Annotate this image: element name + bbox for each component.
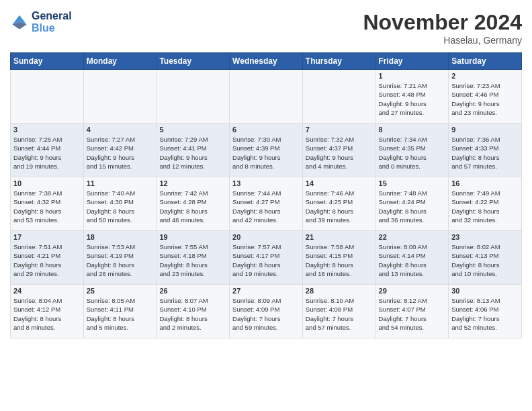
calendar-cell: 19Sunrise: 7:55 AM Sunset: 4:18 PM Dayli… xyxy=(157,231,230,285)
day-info: Sunrise: 7:51 AM Sunset: 4:21 PM Dayligh… xyxy=(13,242,81,278)
day-number: 8 xyxy=(379,126,446,134)
calendar-cell: 26Sunrise: 8:07 AM Sunset: 4:10 PM Dayli… xyxy=(157,285,230,338)
calendar-cell: 8Sunrise: 7:34 AM Sunset: 4:35 PM Daylig… xyxy=(375,124,449,177)
day-info: Sunrise: 7:32 AM Sunset: 4:37 PM Dayligh… xyxy=(306,135,373,171)
calendar-cell: 30Sunrise: 8:13 AM Sunset: 4:06 PM Dayli… xyxy=(449,285,522,338)
header-tuesday: Tuesday xyxy=(157,53,230,70)
day-info: Sunrise: 7:36 AM Sunset: 4:33 PM Dayligh… xyxy=(451,135,519,171)
header-sunday: Sunday xyxy=(11,53,84,70)
calendar-cell: 17Sunrise: 7:51 AM Sunset: 4:21 PM Dayli… xyxy=(11,231,84,285)
calendar-table: Sunday Monday Tuesday Wednesday Thursday… xyxy=(10,52,522,338)
logo-text-line1: General xyxy=(32,10,72,22)
day-info: Sunrise: 8:00 AM Sunset: 4:14 PM Dayligh… xyxy=(379,242,446,278)
day-info: Sunrise: 7:48 AM Sunset: 4:24 PM Dayligh… xyxy=(379,189,446,224)
day-info: Sunrise: 8:05 AM Sunset: 4:11 PM Dayligh… xyxy=(87,296,154,332)
header-saturday: Saturday xyxy=(449,53,522,70)
calendar-body: 1Sunrise: 7:21 AM Sunset: 4:48 PM Daylig… xyxy=(11,70,522,338)
page-container: General Blue November 2024 Haselau, Germ… xyxy=(0,0,532,345)
calendar-cell: 7Sunrise: 7:32 AM Sunset: 4:37 PM Daylig… xyxy=(302,124,375,177)
calendar-cell: 10Sunrise: 7:38 AM Sunset: 4:32 PM Dayli… xyxy=(11,177,84,231)
day-info: Sunrise: 7:44 AM Sunset: 4:27 PM Dayligh… xyxy=(232,189,300,224)
calendar-cell: 29Sunrise: 8:12 AM Sunset: 4:07 PM Dayli… xyxy=(375,285,449,338)
calendar-row-3: 17Sunrise: 7:51 AM Sunset: 4:21 PM Dayli… xyxy=(11,231,522,285)
header-thursday: Thursday xyxy=(302,53,375,70)
calendar-cell: 16Sunrise: 7:49 AM Sunset: 4:22 PM Dayli… xyxy=(449,177,522,231)
calendar-row-2: 10Sunrise: 7:38 AM Sunset: 4:32 PM Dayli… xyxy=(11,177,522,231)
day-number: 6 xyxy=(232,126,300,134)
calendar-cell: 18Sunrise: 7:53 AM Sunset: 4:19 PM Dayli… xyxy=(83,231,157,285)
day-number: 10 xyxy=(13,179,81,187)
calendar-row-0: 1Sunrise: 7:21 AM Sunset: 4:48 PM Daylig… xyxy=(11,70,522,124)
calendar-cell: 9Sunrise: 7:36 AM Sunset: 4:33 PM Daylig… xyxy=(449,124,522,177)
day-number: 11 xyxy=(87,179,154,187)
day-info: Sunrise: 8:07 AM Sunset: 4:10 PM Dayligh… xyxy=(159,296,226,332)
day-number: 22 xyxy=(379,233,446,241)
day-number: 18 xyxy=(87,233,154,241)
day-number: 17 xyxy=(13,233,81,241)
day-number: 27 xyxy=(232,287,300,295)
title-section: November 2024 Haselau, Germany xyxy=(363,10,522,46)
calendar-row-4: 24Sunrise: 8:04 AM Sunset: 4:12 PM Dayli… xyxy=(11,285,522,338)
day-info: Sunrise: 7:30 AM Sunset: 4:39 PM Dayligh… xyxy=(232,135,300,171)
day-number: 5 xyxy=(159,126,226,134)
calendar-cell xyxy=(230,70,303,124)
day-info: Sunrise: 7:55 AM Sunset: 4:18 PM Dayligh… xyxy=(159,242,226,278)
day-info: Sunrise: 7:49 AM Sunset: 4:22 PM Dayligh… xyxy=(451,189,519,224)
day-info: Sunrise: 7:29 AM Sunset: 4:41 PM Dayligh… xyxy=(159,135,226,171)
day-info: Sunrise: 8:09 AM Sunset: 4:09 PM Dayligh… xyxy=(232,296,300,332)
calendar-cell: 22Sunrise: 8:00 AM Sunset: 4:14 PM Dayli… xyxy=(375,231,449,285)
day-info: Sunrise: 8:10 AM Sunset: 4:08 PM Dayligh… xyxy=(306,296,373,332)
day-number: 28 xyxy=(306,287,373,295)
calendar-cell: 11Sunrise: 7:40 AM Sunset: 4:30 PM Dayli… xyxy=(83,177,157,231)
calendar-cell: 20Sunrise: 7:57 AM Sunset: 4:17 PM Dayli… xyxy=(230,231,303,285)
day-number: 7 xyxy=(306,126,373,134)
day-info: Sunrise: 7:27 AM Sunset: 4:42 PM Dayligh… xyxy=(87,135,154,171)
day-number: 2 xyxy=(451,72,519,80)
calendar-cell: 6Sunrise: 7:30 AM Sunset: 4:39 PM Daylig… xyxy=(230,124,303,177)
day-info: Sunrise: 7:34 AM Sunset: 4:35 PM Dayligh… xyxy=(379,135,446,171)
day-number: 16 xyxy=(451,179,519,187)
day-number: 15 xyxy=(379,179,446,187)
calendar-cell xyxy=(157,70,230,124)
calendar-cell: 14Sunrise: 7:46 AM Sunset: 4:25 PM Dayli… xyxy=(302,177,375,231)
month-title: November 2024 xyxy=(363,10,522,35)
calendar-cell: 2Sunrise: 7:23 AM Sunset: 4:46 PM Daylig… xyxy=(449,70,522,124)
calendar-cell: 5Sunrise: 7:29 AM Sunset: 4:41 PM Daylig… xyxy=(157,124,230,177)
day-info: Sunrise: 7:53 AM Sunset: 4:19 PM Dayligh… xyxy=(87,242,154,278)
calendar-cell: 25Sunrise: 8:05 AM Sunset: 4:11 PM Dayli… xyxy=(83,285,157,338)
calendar-row-1: 3Sunrise: 7:25 AM Sunset: 4:44 PM Daylig… xyxy=(11,124,522,177)
day-info: Sunrise: 8:12 AM Sunset: 4:07 PM Dayligh… xyxy=(379,296,446,332)
calendar-cell: 28Sunrise: 8:10 AM Sunset: 4:08 PM Dayli… xyxy=(302,285,375,338)
day-info: Sunrise: 8:02 AM Sunset: 4:13 PM Dayligh… xyxy=(451,242,519,278)
day-number: 13 xyxy=(232,179,300,187)
day-number: 14 xyxy=(306,179,373,187)
day-number: 1 xyxy=(379,72,446,80)
calendar-cell xyxy=(11,70,84,124)
header-wednesday: Wednesday xyxy=(230,53,303,70)
calendar-cell: 24Sunrise: 8:04 AM Sunset: 4:12 PM Dayli… xyxy=(11,285,84,338)
day-number: 4 xyxy=(87,126,154,134)
calendar-header: Sunday Monday Tuesday Wednesday Thursday… xyxy=(11,53,522,70)
day-number: 19 xyxy=(159,233,226,241)
day-number: 23 xyxy=(451,233,519,241)
day-number: 25 xyxy=(87,287,154,295)
location: Haselau, Germany xyxy=(363,35,522,46)
calendar-cell: 1Sunrise: 7:21 AM Sunset: 4:48 PM Daylig… xyxy=(375,70,449,124)
day-number: 20 xyxy=(232,233,300,241)
day-info: Sunrise: 7:23 AM Sunset: 4:46 PM Dayligh… xyxy=(451,81,519,117)
day-number: 3 xyxy=(13,126,81,134)
day-number: 29 xyxy=(379,287,446,295)
day-info: Sunrise: 7:21 AM Sunset: 4:48 PM Dayligh… xyxy=(379,81,446,117)
calendar-cell: 15Sunrise: 7:48 AM Sunset: 4:24 PM Dayli… xyxy=(375,177,449,231)
calendar-cell: 23Sunrise: 8:02 AM Sunset: 4:13 PM Dayli… xyxy=(449,231,522,285)
header-friday: Friday xyxy=(375,53,449,70)
day-info: Sunrise: 7:40 AM Sunset: 4:30 PM Dayligh… xyxy=(87,189,154,224)
calendar-cell xyxy=(302,70,375,124)
logo-icon xyxy=(10,13,29,32)
day-info: Sunrise: 7:58 AM Sunset: 4:15 PM Dayligh… xyxy=(306,242,373,278)
day-info: Sunrise: 8:13 AM Sunset: 4:06 PM Dayligh… xyxy=(451,296,519,332)
day-number: 12 xyxy=(159,179,226,187)
calendar-cell: 3Sunrise: 7:25 AM Sunset: 4:44 PM Daylig… xyxy=(11,124,84,177)
day-number: 21 xyxy=(306,233,373,241)
calendar-cell: 27Sunrise: 8:09 AM Sunset: 4:09 PM Dayli… xyxy=(230,285,303,338)
